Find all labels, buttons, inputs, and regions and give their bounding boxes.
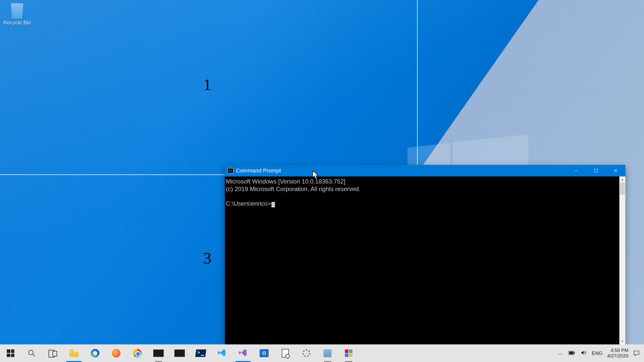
zone-label-3: 3 bbox=[203, 249, 211, 267]
zone-label-1: 1 bbox=[203, 75, 211, 94]
terminal-icon bbox=[153, 349, 164, 357]
terminal-prompt: C:\Users\enrico> bbox=[226, 200, 271, 207]
firefox-icon bbox=[112, 349, 120, 357]
vscode-icon bbox=[218, 348, 226, 358]
titlebar[interactable]: C:\ Command Prompt bbox=[225, 165, 625, 176]
terminal-line: (c) 2019 Microsoft Corporation. All righ… bbox=[226, 186, 360, 192]
task-view-button[interactable] bbox=[42, 344, 63, 362]
maximize-button[interactable] bbox=[586, 165, 606, 176]
task-view-icon bbox=[49, 350, 57, 356]
visual-studio-taskbar-button[interactable] bbox=[232, 344, 254, 362]
scroll-thumb[interactable] bbox=[620, 183, 625, 195]
clock-time: 4:58 PM bbox=[607, 348, 628, 353]
powertoys-taskbar-button[interactable] bbox=[338, 344, 359, 362]
recycle-bin-icon[interactable]: Recycle Bin bbox=[2, 2, 32, 26]
powershell-taskbar-button[interactable] bbox=[190, 344, 211, 362]
show-desktop-button[interactable] bbox=[641, 344, 644, 362]
terminal-icon bbox=[174, 349, 185, 357]
volume-icon[interactable] bbox=[581, 350, 586, 357]
taskbar: O ︿ ENG 4:58 PM 4/27/2020 bbox=[0, 344, 644, 362]
scroll-up-icon[interactable]: ▲ bbox=[619, 176, 625, 183]
image-editor-taskbar-button[interactable] bbox=[317, 344, 338, 362]
svg-rect-0 bbox=[594, 169, 597, 172]
chrome-icon bbox=[133, 349, 142, 357]
clock-date: 4/27/2020 bbox=[607, 353, 628, 359]
recycle-bin-label: Recycle Bin bbox=[2, 20, 32, 26]
close-button[interactable] bbox=[606, 165, 625, 176]
edge-icon bbox=[91, 349, 99, 357]
taskbar-clock[interactable]: 4:58 PM 4/27/2020 bbox=[604, 344, 631, 362]
outlook-taskbar-button[interactable]: O bbox=[254, 344, 275, 362]
console-taskbar-button[interactable] bbox=[169, 344, 190, 362]
svg-rect-4 bbox=[569, 352, 573, 354]
terminal-line: Microsoft Windows [Version 10.0.18363.75… bbox=[226, 178, 345, 185]
file-explorer-taskbar-button[interactable] bbox=[63, 344, 85, 362]
color-grid-icon bbox=[345, 349, 352, 357]
svg-rect-3 bbox=[574, 352, 575, 354]
settings-app-taskbar-button[interactable] bbox=[296, 344, 317, 362]
document-search-taskbar-button[interactable] bbox=[275, 344, 296, 362]
action-center-button[interactable] bbox=[631, 344, 641, 362]
vscode-taskbar-button[interactable] bbox=[211, 344, 232, 362]
desktop-wallpaper[interactable]: 1 3 Recycle Bin C:\ Command Prompt Micro… bbox=[0, 0, 644, 362]
terminal-cursor bbox=[271, 202, 275, 207]
edge-taskbar-button[interactable] bbox=[85, 344, 106, 362]
search-icon bbox=[28, 349, 35, 357]
document-search-icon bbox=[282, 349, 289, 357]
firefox-taskbar-button[interactable] bbox=[106, 344, 127, 362]
minimize-button[interactable] bbox=[567, 165, 586, 176]
outlook-icon: O bbox=[260, 349, 269, 357]
image-editor-icon bbox=[324, 349, 332, 357]
search-button[interactable] bbox=[21, 344, 42, 362]
tray-overflow-icon[interactable]: ︿ bbox=[558, 350, 563, 357]
terminal-body[interactable]: Microsoft Windows [Version 10.0.18363.75… bbox=[225, 176, 619, 344]
language-indicator[interactable]: ENG bbox=[592, 350, 602, 356]
scrollbar[interactable]: ▲ ▼ bbox=[619, 176, 625, 344]
powershell-icon bbox=[195, 349, 206, 357]
chrome-taskbar-button[interactable] bbox=[127, 344, 148, 362]
command-prompt-window[interactable]: C:\ Command Prompt Microsoft Windows [Ve… bbox=[225, 165, 625, 344]
cmd-app-icon: C:\ bbox=[227, 168, 233, 173]
start-button[interactable] bbox=[0, 344, 21, 362]
gear-icon bbox=[302, 349, 310, 357]
battery-icon[interactable] bbox=[569, 350, 575, 356]
system-tray: ︿ ENG bbox=[556, 344, 604, 362]
windows-logo-icon bbox=[7, 349, 14, 357]
terminal-taskbar-button[interactable] bbox=[148, 344, 169, 362]
visual-studio-icon bbox=[239, 348, 247, 358]
notification-icon bbox=[633, 350, 640, 356]
window-title: Command Prompt bbox=[236, 167, 281, 174]
scroll-down-icon[interactable]: ▼ bbox=[619, 338, 625, 344]
folder-icon bbox=[69, 349, 78, 357]
trash-icon bbox=[9, 2, 25, 18]
